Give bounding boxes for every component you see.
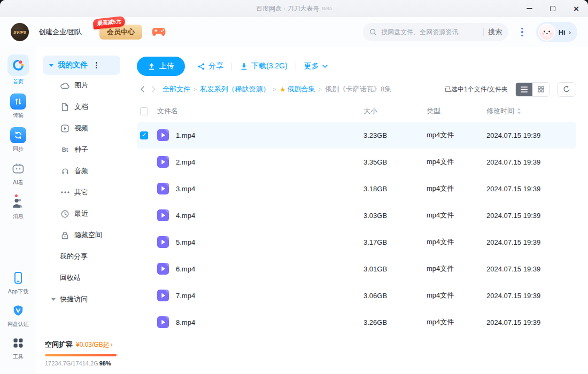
app-window: 百度网盘 · 刀刀大表哥 Beta × SVIP8 创建企业/团队 会员中心 最… <box>0 0 588 374</box>
more-menu-icon[interactable] <box>518 25 527 40</box>
sidebar-item-documents[interactable]: 文档 <box>43 96 120 118</box>
file-name[interactable]: 4.mp4 <box>176 212 195 220</box>
file-name[interactable]: 7.mp4 <box>176 292 195 300</box>
sidebar-item-recycle-bin[interactable]: 回收站 <box>43 267 120 289</box>
row-checkbox[interactable] <box>140 131 148 139</box>
file-modified: 2024.07.15 19:39 <box>486 131 576 139</box>
file-name[interactable]: 6.mp4 <box>176 265 195 273</box>
column-name[interactable]: 文件名 <box>157 106 363 116</box>
list-view-button[interactable] <box>516 83 532 96</box>
file-name[interactable]: 8.mp4 <box>176 318 195 326</box>
audio-icon <box>60 167 69 175</box>
mp4-file-icon <box>157 316 169 328</box>
search-button[interactable]: 搜索 <box>488 27 502 37</box>
file-row[interactable]: 6.mp4 3.01GB mp4文件 2024.07.15 19:39 <box>137 255 576 282</box>
rail-bottom: App下载 网盘认证 工具 <box>7 270 29 368</box>
rail-item-transfer[interactable]: 传输 <box>10 94 26 119</box>
file-type: mp4文件 <box>427 264 486 274</box>
file-name[interactable]: 3.mp4 <box>176 185 195 193</box>
sidebar-item-my-files[interactable]: 我的文件 <box>43 56 120 75</box>
column-size[interactable]: 大小 <box>363 106 427 116</box>
mp4-file-icon <box>157 290 169 301</box>
file-type: mp4文件 <box>427 317 486 327</box>
file-name[interactable]: 5.mp4 <box>176 238 195 246</box>
toolbar: 上传 分享 下载(3.2G) 更多 <box>137 56 576 77</box>
phone-icon <box>13 270 24 286</box>
sidebar-item-torrents[interactable]: Bt 种子 <box>43 139 120 160</box>
upload-button[interactable]: 上传 <box>137 57 185 76</box>
file-row[interactable]: 7.mp4 3.06GB mp4文件 2024.07.15 19:39 <box>137 282 576 309</box>
select-all-checkbox[interactable] <box>140 107 148 115</box>
close-button[interactable]: × <box>564 0 588 17</box>
file-type: mp4文件 <box>427 237 486 247</box>
sidebar-item-quick-access[interactable]: 快捷访问 <box>43 289 120 310</box>
file-row[interactable]: 5.mp4 3.17GB mp4文件 2024.07.15 19:39 <box>137 229 576 255</box>
rail-item-ai[interactable]: AI看 <box>12 161 25 186</box>
file-type: mp4文件 <box>427 130 486 140</box>
forward-button[interactable] <box>148 86 159 92</box>
rail-item-tools[interactable]: 工具 <box>13 335 24 361</box>
sidebar-item-videos[interactable]: 视频 <box>43 118 120 139</box>
close-icon: × <box>574 4 579 13</box>
grid-view-button[interactable] <box>532 83 549 96</box>
file-row[interactable]: 2.mp4 3.35GB mp4文件 2024.07.15 19:39 <box>137 149 576 175</box>
breadcrumb-separator: > <box>194 86 197 92</box>
my-files-kebab-icon[interactable] <box>94 60 99 70</box>
file-modified: 2024.07.15 19:39 <box>486 292 576 300</box>
rail-item-certification[interactable]: 网盘认证 <box>7 302 29 328</box>
share-button[interactable]: 分享 <box>189 61 231 71</box>
user-account[interactable]: Hi › <box>536 22 577 42</box>
caret-down-icon <box>51 298 56 301</box>
beta-badge: Beta <box>322 6 332 11</box>
rail-item-sync[interactable]: AI看 同步 <box>10 127 26 153</box>
sort-icon[interactable] <box>517 108 521 114</box>
breadcrumb-russian-collection[interactable]: ★俄剧合集 <box>280 84 315 94</box>
sidebar-item-images[interactable]: 图片 <box>43 75 120 96</box>
document-icon <box>60 103 69 111</box>
file-row[interactable]: 3.mp4 3.18GB mp4文件 2024.07.15 19:39 <box>137 175 576 202</box>
home-icon <box>7 54 29 76</box>
back-button[interactable] <box>137 86 148 92</box>
breadcrumb-all-files[interactable]: 全部文件 <box>163 84 190 94</box>
file-size: 3.18GB <box>363 185 427 193</box>
storage-price-link[interactable]: ¥0.03/GB起› <box>76 340 113 349</box>
file-row[interactable]: 1.mp4 3.23GB mp4文件 2024.07.15 19:39 <box>137 122 576 149</box>
download-button[interactable]: 下载(3.2G) <box>232 61 296 71</box>
file-name[interactable]: 1.mp4 <box>176 131 195 139</box>
sidebar-item-audio[interactable]: 音频 <box>43 160 120 182</box>
star-icon: ★ <box>280 85 286 94</box>
file-modified: 2024.07.15 19:39 <box>486 318 576 326</box>
file-row[interactable]: 8.mp4 3.26GB mp4文件 2024.07.15 19:39 <box>137 309 576 336</box>
titlebar[interactable]: 百度网盘 · 刀刀大表哥 Beta × <box>0 0 588 17</box>
rail-item-messages[interactable]: 消息 <box>12 194 25 220</box>
breadcrumb: 全部文件 > 私发系列（稀缺资源） > ★俄剧合集 > 俄剧《卡萨诺瓦》8集 已… <box>137 80 576 98</box>
file-type: mp4文件 <box>427 184 486 193</box>
rail-item-home[interactable]: 首页 <box>7 54 29 85</box>
column-type[interactable]: 类型 <box>427 106 486 116</box>
file-modified: 2024.07.15 19:39 <box>486 238 576 246</box>
file-name[interactable]: 2.mp4 <box>176 158 195 166</box>
file-size: 3.06GB <box>363 292 427 300</box>
more-button[interactable]: 更多 <box>296 61 336 71</box>
sidebar-item-hidden-space[interactable]: 隐藏空间 <box>43 224 120 246</box>
sidebar-item-my-shares[interactable]: 我的分享 <box>43 246 120 267</box>
sidebar-item-recent[interactable]: 最近 <box>43 203 120 224</box>
breadcrumb-current: 俄剧《卡萨诺瓦》8集 <box>325 84 391 94</box>
rail-item-app-download[interactable]: App下载 <box>8 270 28 295</box>
column-modified[interactable]: 修改时间 <box>486 106 576 116</box>
refresh-button[interactable] <box>557 82 576 97</box>
maximize-button[interactable] <box>541 0 564 17</box>
tools-icon <box>13 335 24 351</box>
vip-center-wrap: 会员中心 最高减5元 <box>99 25 142 40</box>
svip-badge: SVIP8 <box>13 30 26 35</box>
search-input[interactable] <box>381 28 479 36</box>
storage-expand-label[interactable]: 空间扩容 <box>45 340 73 349</box>
file-row[interactable]: 4.mp4 3.03GB mp4文件 2024.07.15 19:39 <box>137 202 576 229</box>
create-team-link[interactable]: 创建企业/团队 <box>38 27 82 37</box>
app-logo[interactable]: SVIP8 <box>11 23 29 41</box>
sidebar-item-others[interactable]: 其它 <box>43 182 120 203</box>
breadcrumb-private-series[interactable]: 私发系列（稀缺资源） <box>200 84 269 94</box>
storage-progress-bar <box>45 354 118 356</box>
game-icon[interactable] <box>152 27 166 37</box>
minimize-button[interactable] <box>517 0 541 17</box>
